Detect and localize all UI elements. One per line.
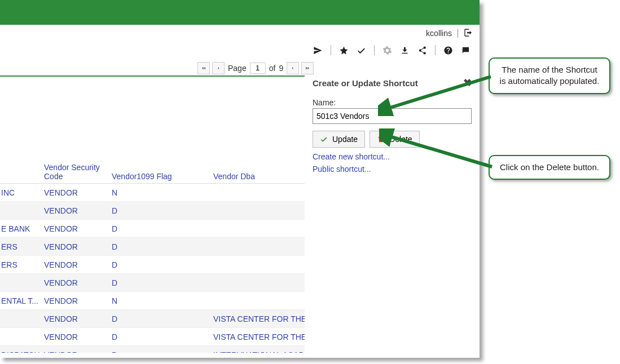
cell-security: VENDOR	[44, 350, 112, 353]
next-page-button[interactable]	[287, 62, 299, 74]
cell-c0: INC	[0, 188, 44, 197]
delete-button[interactable]: Delete	[370, 131, 419, 148]
cell-c0: ERS	[0, 242, 44, 251]
prev-page-button[interactable]	[212, 62, 225, 74]
table-row[interactable]: ERSVENDORD	[0, 238, 305, 256]
cell-security: VENDOR	[44, 332, 112, 341]
cell-1099: N	[112, 296, 213, 305]
cell-1099: D	[112, 350, 213, 353]
results-table: Vendor Security Code Vendor1099 Flag Ven…	[0, 76, 305, 358]
table-body[interactable]: INCVENDORNVENDORDE BANKVENDORDERSVENDORD…	[0, 184, 305, 353]
table-row[interactable]: E BANKVENDORD	[0, 220, 305, 238]
cell-security: VENDOR	[44, 296, 112, 305]
page-total: 9	[279, 64, 283, 73]
panel-title: Create or Update Shortcut	[313, 78, 418, 88]
table-row[interactable]: VENDORDVISTA CENTER FOR THE	[0, 310, 305, 328]
cell-1099: D	[112, 242, 213, 251]
cell-c0: DISPATCH	[0, 350, 44, 353]
cell-security: VENDOR	[44, 224, 112, 233]
table-row[interactable]: DISPATCHVENDORDINTERVNATIONAL ACAD	[0, 346, 305, 353]
cell-c0: ERS	[0, 260, 44, 269]
last-page-button[interactable]	[301, 62, 314, 74]
cell-1099: D	[112, 314, 213, 323]
table-row[interactable]: VENDORDVISTA CENTER FOR THE	[0, 328, 305, 346]
first-page-button[interactable]	[197, 62, 210, 74]
cell-security: VENDOR	[44, 242, 112, 251]
page-of-label: of	[269, 64, 276, 73]
username-label: kcollins	[426, 29, 452, 38]
share-icon[interactable]	[417, 46, 427, 55]
help-icon[interactable]	[443, 46, 453, 55]
shortcut-panel: Create or Update Shortcut ✖ Name: Update…	[305, 76, 480, 358]
callout-delete: Click on the Delete button.	[489, 155, 610, 180]
page-prefix: Page	[228, 64, 247, 73]
callout-name-populated: The name of the Shortcut is automaticall…	[489, 57, 610, 94]
download-icon[interactable]	[400, 46, 410, 55]
cell-security: VENDOR	[44, 206, 112, 215]
user-bar: kcollins	[0, 25, 480, 41]
table-row[interactable]: ENTAL T...VENDORN	[0, 292, 305, 310]
cell-1099: D	[112, 224, 213, 233]
table-header-row: Vendor Security Code Vendor1099 Flag Ven…	[0, 139, 305, 184]
toolbar	[0, 41, 480, 60]
check-icon[interactable]	[357, 46, 366, 55]
table-row[interactable]: INCVENDORN	[0, 184, 305, 202]
cell-security: VENDOR	[44, 314, 112, 323]
chat-icon[interactable]	[461, 46, 471, 55]
col-header-1099[interactable]: Vendor1099 Flag	[112, 172, 213, 181]
pager: Page of 9	[0, 60, 480, 76]
divider	[458, 29, 458, 38]
star-icon[interactable]	[339, 46, 349, 55]
cell-1099: N	[112, 188, 213, 197]
cell-1099: D	[112, 260, 213, 269]
table-row[interactable]: ERSVENDORD	[0, 256, 305, 274]
create-new-shortcut-link[interactable]: Create new shortcut...	[313, 152, 472, 161]
gears-icon	[382, 46, 392, 55]
cell-security: VENDOR	[44, 278, 112, 287]
public-shortcut-link[interactable]: Public shortcut...	[313, 165, 472, 174]
col-header-security[interactable]: Vendor Security Code	[44, 163, 112, 181]
cell-1099: D	[112, 206, 213, 215]
table-row[interactable]: VENDORD	[0, 274, 305, 292]
cell-dba: VISTA CENTER FOR THE	[213, 332, 305, 341]
cell-dba: INTERVNATIONAL ACAD	[213, 350, 305, 353]
cell-c0: E BANK	[0, 224, 44, 233]
cell-security: VENDOR	[44, 260, 112, 269]
location-icon[interactable]	[313, 46, 323, 55]
cell-security: VENDOR	[44, 188, 112, 197]
cell-1099: D	[112, 278, 213, 287]
col-header-dba[interactable]: Vendor Dba	[213, 172, 305, 181]
cell-dba: VISTA CENTER FOR THE	[213, 314, 305, 323]
logout-icon[interactable]	[464, 28, 473, 39]
name-label: Name:	[313, 98, 472, 107]
page-input[interactable]	[250, 63, 266, 74]
cell-c0: ENTAL T...	[0, 296, 44, 305]
close-icon[interactable]: ✖	[463, 77, 472, 89]
app-banner	[0, 0, 480, 25]
cell-1099: D	[112, 332, 213, 341]
shortcut-name-input[interactable]	[313, 108, 472, 124]
update-button[interactable]: Update	[313, 131, 365, 148]
table-row[interactable]: VENDORD	[0, 202, 305, 220]
